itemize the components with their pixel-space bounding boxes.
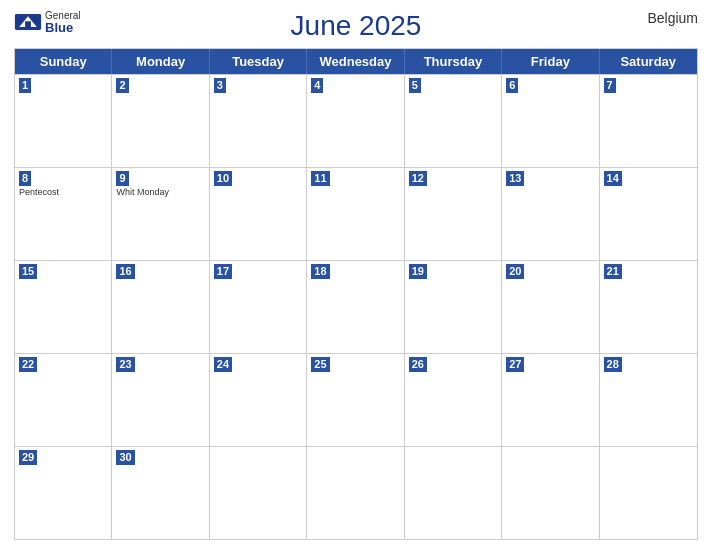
day-number: 8 [19,171,31,186]
day-cell-empty [502,447,599,539]
holiday-label: Pentecost [19,187,107,198]
day-cell-1: 1 [15,75,112,167]
calendar: SundayMondayTuesdayWednesdayThursdayFrid… [14,48,698,540]
page: General Blue June 2025 Belgium SundayMon… [0,0,712,550]
day-number: 25 [311,357,329,372]
day-header-sunday: Sunday [15,49,112,74]
day-headers-row: SundayMondayTuesdayWednesdayThursdayFrid… [15,49,697,74]
day-cell-29: 29 [15,447,112,539]
day-number: 29 [19,450,37,465]
calendar-body: 12345678Pentecost9Whit Monday10111213141… [15,74,697,539]
day-cell-26: 26 [405,354,502,446]
day-number: 3 [214,78,226,93]
day-cell-24: 24 [210,354,307,446]
day-header-thursday: Thursday [405,49,502,74]
day-number: 24 [214,357,232,372]
day-cell-empty [405,447,502,539]
day-cell-7: 7 [600,75,697,167]
day-cell-17: 17 [210,261,307,353]
day-cell-8: 8Pentecost [15,168,112,260]
day-cell-11: 11 [307,168,404,260]
day-number: 21 [604,264,622,279]
day-number: 6 [506,78,518,93]
day-cell-9: 9Whit Monday [112,168,209,260]
day-number: 14 [604,171,622,186]
day-cell-empty [600,447,697,539]
day-number: 22 [19,357,37,372]
day-cell-28: 28 [600,354,697,446]
day-cell-empty [210,447,307,539]
day-cell-12: 12 [405,168,502,260]
day-number: 13 [506,171,524,186]
day-number: 9 [116,171,128,186]
day-number: 10 [214,171,232,186]
day-header-friday: Friday [502,49,599,74]
day-number: 20 [506,264,524,279]
day-number: 5 [409,78,421,93]
day-number: 19 [409,264,427,279]
day-header-saturday: Saturday [600,49,697,74]
day-cell-20: 20 [502,261,599,353]
day-number: 26 [409,357,427,372]
day-cell-21: 21 [600,261,697,353]
day-number: 7 [604,78,616,93]
week-row-4: 22232425262728 [15,353,697,446]
week-row-2: 8Pentecost9Whit Monday1011121314 [15,167,697,260]
week-row-5: 2930 [15,446,697,539]
day-number: 17 [214,264,232,279]
holiday-label: Whit Monday [116,187,204,198]
day-cell-6: 6 [502,75,599,167]
day-number: 23 [116,357,134,372]
calendar-title: June 2025 [291,10,422,42]
day-number: 27 [506,357,524,372]
day-number: 16 [116,264,134,279]
logo-blue: Blue [45,21,81,34]
day-cell-19: 19 [405,261,502,353]
country-label: Belgium [647,10,698,26]
day-number: 1 [19,78,31,93]
day-cell-5: 5 [405,75,502,167]
logo: General Blue [14,10,81,34]
day-number: 2 [116,78,128,93]
svg-rect-2 [25,21,31,27]
day-header-wednesday: Wednesday [307,49,404,74]
day-cell-empty [307,447,404,539]
day-cell-15: 15 [15,261,112,353]
day-cell-30: 30 [112,447,209,539]
day-cell-14: 14 [600,168,697,260]
day-cell-22: 22 [15,354,112,446]
day-number: 11 [311,171,329,186]
logo-icon [14,14,42,30]
day-header-monday: Monday [112,49,209,74]
day-cell-18: 18 [307,261,404,353]
day-cell-13: 13 [502,168,599,260]
day-number: 15 [19,264,37,279]
day-cell-25: 25 [307,354,404,446]
day-number: 30 [116,450,134,465]
day-cell-27: 27 [502,354,599,446]
day-cell-23: 23 [112,354,209,446]
header: General Blue June 2025 Belgium [14,10,698,42]
day-number: 4 [311,78,323,93]
day-header-tuesday: Tuesday [210,49,307,74]
day-number: 12 [409,171,427,186]
day-cell-10: 10 [210,168,307,260]
day-cell-2: 2 [112,75,209,167]
week-row-1: 1234567 [15,74,697,167]
day-cell-4: 4 [307,75,404,167]
week-row-3: 15161718192021 [15,260,697,353]
day-cell-3: 3 [210,75,307,167]
day-cell-16: 16 [112,261,209,353]
day-number: 28 [604,357,622,372]
day-number: 18 [311,264,329,279]
